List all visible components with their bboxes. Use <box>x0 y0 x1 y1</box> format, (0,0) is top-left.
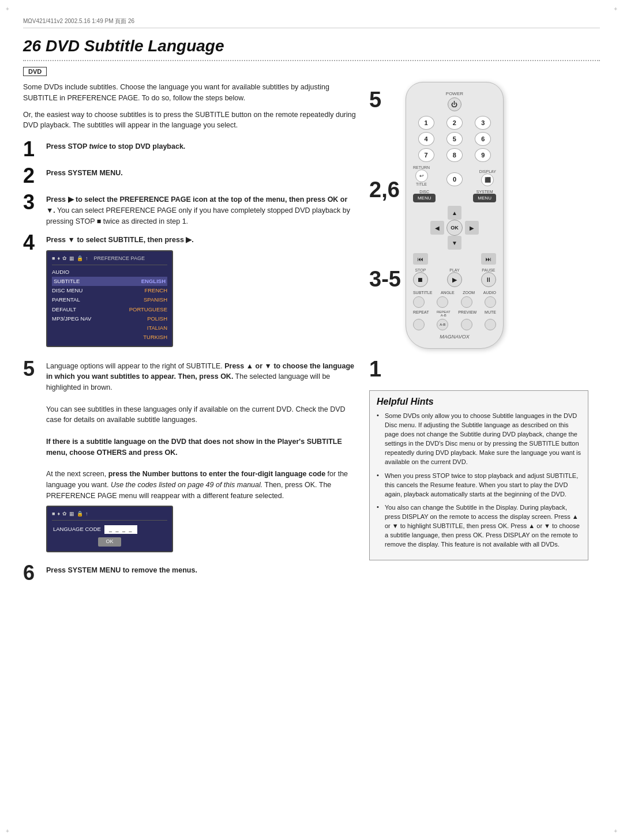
lang-code-row: LANGUAGE CODE _ _ _ _ <box>52 523 167 537</box>
subtitle-row-labels: SUBTITLE ANGLE ZOOM AUDIO <box>413 291 496 295</box>
number-grid: 1 2 3 4 5 6 7 8 9 <box>413 116 496 162</box>
repeat-ab-label: REPEATA-B <box>437 310 451 317</box>
step-5: 5 Language options will appear to the ri… <box>23 359 358 557</box>
display-button-group: DISPLAY ⬛ <box>479 169 496 186</box>
step-4: 4 Press ▼ to select SUBTITLE, then press… <box>23 232 358 351</box>
step-1-text: Press STOP twice to stop DVD playback. <box>46 142 185 150</box>
hint-3: • You also can change the Subtitle in th… <box>377 503 581 549</box>
subtitle-label: SUBTITLE <box>413 291 432 295</box>
display-button[interactable]: ⬛ <box>481 174 494 186</box>
step-3: 3 Press ▶ to select the PREFERENCE PAGE … <box>23 192 358 227</box>
brand-label: MAGNAVOX <box>413 334 496 340</box>
step-6-number: 6 <box>23 563 40 583</box>
transport-row: STOP ⏹ PLAY ▶ PAUSE ⏸ <box>413 268 496 287</box>
repeat-label: REPEAT <box>413 310 429 317</box>
step-3-number: 3 <box>23 192 40 213</box>
ok-button[interactable]: OK <box>446 220 463 236</box>
mute-button[interactable] <box>485 319 496 330</box>
num-btn-6[interactable]: 6 <box>475 132 491 146</box>
num-btn-5[interactable]: 5 <box>446 132 463 146</box>
screen-row-mp3: MP3/JPEG NAVPOLISH <box>52 314 167 323</box>
prev-button[interactable]: ⏮ <box>413 253 428 265</box>
pause-button[interactable]: ⏸ <box>481 272 496 287</box>
step-2-text: Press SYSTEM MENU. <box>46 169 123 177</box>
intro-text-2: Or, the easiest way to choose subtitles … <box>23 110 358 131</box>
zoom-button[interactable] <box>461 296 472 308</box>
return-label: RETURN <box>413 165 430 169</box>
dpad: ▲ ◀ OK ▶ ▼ <box>413 206 496 250</box>
num-btn-4[interactable]: 4 <box>418 132 434 146</box>
system-label: SYSTEM <box>473 190 496 194</box>
corner-mark-tl: + <box>6 6 9 12</box>
file-header: MΩV421/411v2 2002.5.16 1:49 PM 頁面 26 <box>23 17 600 28</box>
screen-header-1: ■ ♦ ✿ ▦ 🔒 ↑ PREFERENCE PAGE <box>52 255 167 265</box>
dpad-right[interactable]: ▶ <box>465 221 479 235</box>
angle-label: ANGLE <box>441 291 455 295</box>
disc-label: DISC <box>413 190 436 194</box>
stop-label: STOP <box>415 268 426 272</box>
next-button[interactable]: ⏭ <box>481 253 496 265</box>
screen-row-italian: ITALIAN <box>52 323 167 333</box>
hint-2: • When you press STOP twice to stop play… <box>377 472 581 499</box>
num-btn-9[interactable]: 9 <box>475 148 491 162</box>
screen-row-subtitle: SUBTITLEENGLISH <box>52 277 167 286</box>
num-btn-8[interactable]: 8 <box>446 148 463 162</box>
play-group: PLAY ▶ <box>447 268 462 287</box>
repeat-btn-row: A-B <box>413 319 496 330</box>
step-5-bold: If there is a subtitle language on the D… <box>46 438 342 457</box>
screen-row-disc-menu: DISC MENUFRENCH <box>52 286 167 295</box>
corner-mark-bl: + <box>6 828 9 834</box>
dpad-up-row: ▲ <box>448 206 461 220</box>
subtitle-button[interactable] <box>413 296 425 308</box>
hint-1-text: Some DVDs only allow you to choose Subti… <box>385 412 581 467</box>
ok-button-screen: OK <box>98 537 121 547</box>
preview-button[interactable] <box>461 319 472 330</box>
num-btn-0[interactable]: 0 <box>446 172 463 186</box>
audio-button[interactable] <box>485 296 496 308</box>
dpad-down[interactable]: ▼ <box>448 236 461 250</box>
return-button[interactable]: ↩ <box>415 169 428 182</box>
angle-button[interactable] <box>437 296 448 308</box>
step-2-number: 2 <box>23 165 40 186</box>
lang-code-label: LANGUAGE CODE <box>53 525 101 533</box>
dpad-middle-row: ◀ OK ▶ <box>430 220 479 236</box>
screen-row-turkish: TURKISH <box>52 333 167 342</box>
step-4-bold: Press ▼ to select SUBTITLE, then press ▶… <box>46 236 194 244</box>
step-2: 2 Press SYSTEM MENU. <box>23 165 358 186</box>
num-btn-7[interactable]: 7 <box>418 148 434 162</box>
disc-menu-button[interactable]: MENU <box>413 194 436 202</box>
power-button[interactable]: ⏻ <box>448 97 461 111</box>
num-btn-1[interactable]: 1 <box>418 116 434 130</box>
dpad-left[interactable]: ◀ <box>430 221 444 235</box>
screen-row-default: DEFAULTPORTUGUESE <box>52 305 167 314</box>
subtitle-btn-row <box>413 296 496 308</box>
dvd-badge: DVD <box>23 67 47 76</box>
play-button[interactable]: ▶ <box>447 272 462 287</box>
system-menu-button[interactable]: MENU <box>473 194 496 202</box>
repeat-button[interactable] <box>413 319 425 330</box>
hint-2-bullet: • <box>377 472 382 479</box>
title-label: TITLE <box>416 182 427 186</box>
right-panel: 5 2,6 3-5 1 POWER ⏻ 1 <box>369 82 588 560</box>
repeat-ab-button[interactable]: A-B <box>437 319 448 330</box>
stop-button[interactable]: ⏹ <box>413 272 428 287</box>
left-content: Some DVDs include subtitles. Choose the … <box>23 82 358 583</box>
system-menu-group: SYSTEM MENU <box>473 190 496 202</box>
num-btn-2[interactable]: 2 <box>446 116 463 130</box>
screen-mockup-2: ■ ♦ ✿ ▦ 🔒 ↑ LANGUAGE CODE _ _ _ _ <box>46 506 173 552</box>
preview-label: PREVIEW <box>458 310 476 317</box>
helpful-hints-title: Helpful Hints <box>377 397 581 407</box>
screen-mockup-1: ■ ♦ ✿ ▦ 🔒 ↑ PREFERENCE PAGE AUDIO S <box>46 250 173 347</box>
dpad-up[interactable]: ▲ <box>448 206 461 220</box>
step-6: 6 Press SYSTEM MENU to remove the menus. <box>23 563 358 583</box>
num-btn-3[interactable]: 3 <box>475 116 491 130</box>
step-5-content: Language options will appear to the righ… <box>46 359 358 557</box>
hint-2-text: When you press STOP twice to stop playba… <box>385 472 581 499</box>
power-label: POWER <box>413 91 496 96</box>
pause-label: PAUSE <box>482 268 495 272</box>
step-5-section: 5 Language options will appear to the ri… <box>23 359 358 557</box>
screen-row-audio: AUDIO <box>52 268 167 277</box>
section-divider <box>23 60 600 61</box>
screen-header-2: ■ ♦ ✿ ▦ 🔒 ↑ <box>52 510 167 521</box>
hint-3-text: You also can change the Subtitle in the … <box>385 503 581 549</box>
